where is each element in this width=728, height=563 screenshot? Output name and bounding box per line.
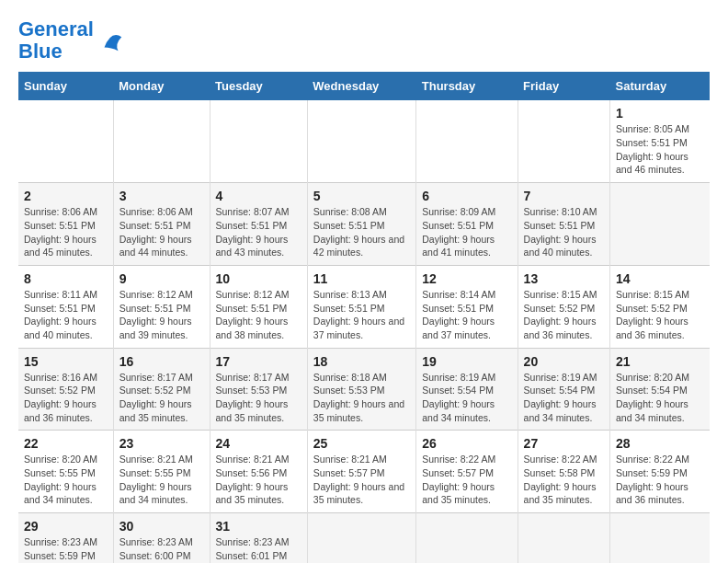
calendar-day: 26Sunrise: 8:22 AMSunset: 5:57 PMDayligh… bbox=[416, 431, 518, 513]
calendar-day: 7Sunrise: 8:10 AMSunset: 5:51 PMDaylight… bbox=[518, 183, 609, 266]
calendar-day: 15Sunrise: 8:16 AMSunset: 5:52 PMDayligh… bbox=[18, 348, 113, 431]
calendar-day: 3Sunrise: 8:06 AMSunset: 5:51 PMDaylight… bbox=[113, 183, 210, 266]
weekday-header-monday: Monday bbox=[113, 72, 210, 100]
logo: GeneralBlue bbox=[18, 18, 125, 63]
calendar-table: SundayMondayTuesdayWednesdayThursdayFrid… bbox=[18, 72, 710, 563]
weekday-header-friday: Friday bbox=[518, 72, 609, 100]
weekday-header-thursday: Thursday bbox=[416, 72, 518, 100]
weekday-header-wednesday: Wednesday bbox=[307, 72, 415, 100]
calendar-body: 1Sunrise: 8:05 AMSunset: 5:51 PMDaylight… bbox=[18, 100, 710, 563]
calendar-day: 9Sunrise: 8:12 AMSunset: 5:51 PMDaylight… bbox=[113, 265, 210, 348]
calendar-day: 14Sunrise: 8:15 AMSunset: 5:52 PMDayligh… bbox=[610, 265, 710, 348]
calendar-day-empty bbox=[307, 100, 415, 182]
calendar-day-empty bbox=[610, 513, 710, 563]
calendar-day: 20Sunrise: 8:19 AMSunset: 5:54 PMDayligh… bbox=[518, 348, 609, 431]
calendar-day: 25Sunrise: 8:21 AMSunset: 5:57 PMDayligh… bbox=[307, 431, 415, 513]
calendar-day: 22Sunrise: 8:20 AMSunset: 5:55 PMDayligh… bbox=[18, 431, 113, 513]
calendar-week-row: 22Sunrise: 8:20 AMSunset: 5:55 PMDayligh… bbox=[18, 431, 710, 513]
calendar-day-empty bbox=[518, 100, 609, 182]
calendar-day: 19Sunrise: 8:19 AMSunset: 5:54 PMDayligh… bbox=[416, 348, 518, 431]
calendar-week-row: 1Sunrise: 8:05 AMSunset: 5:51 PMDaylight… bbox=[18, 100, 710, 182]
calendar-day-empty bbox=[113, 100, 210, 182]
calendar-day-empty bbox=[210, 100, 307, 182]
calendar-day: 5Sunrise: 8:08 AMSunset: 5:51 PMDaylight… bbox=[307, 183, 415, 266]
calendar-week-row: 29Sunrise: 8:23 AMSunset: 5:59 PMDayligh… bbox=[18, 513, 710, 563]
calendar-day: 21Sunrise: 8:20 AMSunset: 5:54 PMDayligh… bbox=[610, 348, 710, 431]
calendar-day: 28Sunrise: 8:22 AMSunset: 5:59 PMDayligh… bbox=[610, 431, 710, 513]
logo-icon bbox=[97, 27, 125, 54]
weekday-header-sunday: Sunday bbox=[18, 72, 113, 100]
calendar-day: 11Sunrise: 8:13 AMSunset: 5:51 PMDayligh… bbox=[307, 265, 415, 348]
calendar-day-empty bbox=[416, 100, 518, 182]
calendar-week-row: 8Sunrise: 8:11 AMSunset: 5:51 PMDaylight… bbox=[18, 265, 710, 348]
calendar-day: 1Sunrise: 8:05 AMSunset: 5:51 PMDaylight… bbox=[610, 100, 710, 182]
calendar-day: 6Sunrise: 8:09 AMSunset: 5:51 PMDaylight… bbox=[416, 183, 518, 266]
calendar-day: 12Sunrise: 8:14 AMSunset: 5:51 PMDayligh… bbox=[416, 265, 518, 348]
calendar-day-empty bbox=[18, 100, 113, 182]
calendar-day: 16Sunrise: 8:17 AMSunset: 5:52 PMDayligh… bbox=[113, 348, 210, 431]
calendar-day-empty bbox=[416, 513, 518, 563]
calendar-week-row: 15Sunrise: 8:16 AMSunset: 5:52 PMDayligh… bbox=[18, 348, 710, 431]
calendar-day: 17Sunrise: 8:17 AMSunset: 5:53 PMDayligh… bbox=[210, 348, 307, 431]
logo-text: GeneralBlue bbox=[18, 18, 94, 63]
weekday-header-row: SundayMondayTuesdayWednesdayThursdayFrid… bbox=[18, 72, 710, 100]
calendar-day: 4Sunrise: 8:07 AMSunset: 5:51 PMDaylight… bbox=[210, 183, 307, 266]
calendar-day: 30Sunrise: 8:23 AMSunset: 6:00 PMDayligh… bbox=[113, 513, 210, 563]
calendar-day: 29Sunrise: 8:23 AMSunset: 5:59 PMDayligh… bbox=[18, 513, 113, 563]
weekday-header-saturday: Saturday bbox=[610, 72, 710, 100]
calendar-week-row: 2Sunrise: 8:06 AMSunset: 5:51 PMDaylight… bbox=[18, 183, 710, 266]
calendar-day: 23Sunrise: 8:21 AMSunset: 5:55 PMDayligh… bbox=[113, 431, 210, 513]
calendar-day: 10Sunrise: 8:12 AMSunset: 5:51 PMDayligh… bbox=[210, 265, 307, 348]
calendar-day: 27Sunrise: 8:22 AMSunset: 5:58 PMDayligh… bbox=[518, 431, 609, 513]
page-header: GeneralBlue bbox=[18, 18, 710, 63]
calendar-day: 31Sunrise: 8:23 AMSunset: 6:01 PMDayligh… bbox=[210, 513, 307, 563]
calendar-day: 18Sunrise: 8:18 AMSunset: 5:53 PMDayligh… bbox=[307, 348, 415, 431]
weekday-header-tuesday: Tuesday bbox=[210, 72, 307, 100]
calendar-day: 13Sunrise: 8:15 AMSunset: 5:52 PMDayligh… bbox=[518, 265, 609, 348]
calendar-header: SundayMondayTuesdayWednesdayThursdayFrid… bbox=[18, 72, 710, 100]
calendar-day: 24Sunrise: 8:21 AMSunset: 5:56 PMDayligh… bbox=[210, 431, 307, 513]
calendar-day-empty bbox=[307, 513, 415, 563]
calendar-day-empty bbox=[610, 183, 710, 266]
calendar-day-empty bbox=[518, 513, 609, 563]
calendar-day: 8Sunrise: 8:11 AMSunset: 5:51 PMDaylight… bbox=[18, 265, 113, 348]
calendar-day: 2Sunrise: 8:06 AMSunset: 5:51 PMDaylight… bbox=[18, 183, 113, 266]
